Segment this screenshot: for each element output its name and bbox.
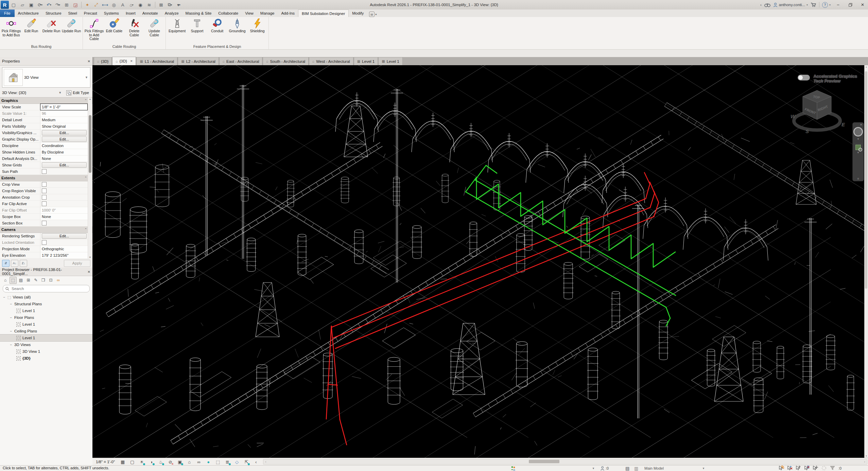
update-cable-button[interactable]: Update Cable (144, 18, 164, 38)
edit-button[interactable]: Edit... (42, 130, 87, 135)
tree-item-level-1[interactable]: Level 1 (0, 334, 92, 341)
default-3d-icon[interactable]: ⌂▾ (127, 1, 136, 8)
property-value[interactable]: 1000' 0" (40, 207, 88, 213)
tree-item-3d-view-1[interactable]: 3D View 1 (0, 348, 92, 355)
drag-elements-icon[interactable] (813, 466, 818, 471)
search-binoculars-icon[interactable] (764, 3, 770, 7)
scroll-down-icon[interactable]: ▼ (865, 455, 868, 457)
property-value[interactable]: Coordination (40, 143, 88, 149)
tree-item--3d-[interactable]: {3D} (0, 355, 92, 362)
3d-wireframe-view[interactable] (92, 65, 865, 458)
collapse-icon[interactable]: − (10, 316, 13, 320)
select-by-face-icon[interactable] (804, 466, 810, 471)
edit-button[interactable]: Edit... (42, 233, 87, 239)
search-input[interactable] (11, 286, 87, 291)
ribbon-tab-steel[interactable]: Steel (65, 10, 81, 17)
apply-button[interactable]: Apply (64, 260, 90, 267)
unlocked-view-icon[interactable]: ⌂ (186, 459, 192, 465)
checkbox[interactable] (42, 182, 47, 187)
help-menu[interactable]: ?▾ (822, 2, 831, 8)
qat-customize-icon[interactable]: ▾▾ (175, 1, 183, 8)
measure-icon[interactable]: ⤢ (92, 1, 100, 8)
scroll-up-icon[interactable]: ▲ (88, 98, 92, 100)
tree-item-level-1[interactable]: Level 1 (0, 321, 92, 328)
tree-item-3d-views[interactable]: −3D Views (0, 341, 92, 348)
crop-view-icon[interactable]: ⊘✕ (167, 459, 173, 465)
grounding-button[interactable]: Grounding (227, 18, 247, 34)
section-header-graphics[interactable]: Graphics⌃ (0, 97, 92, 104)
viewcube[interactable]: WSETOPFRONTRIGHT (784, 83, 852, 144)
worksharing-display-icon[interactable]: ⇱ (243, 459, 249, 465)
design-options-icon[interactable]: ▤ (625, 466, 629, 471)
ribbon-tab-modify[interactable]: Modify (349, 10, 367, 17)
groups-icon[interactable]: ❒ (40, 277, 47, 284)
store-cart-icon[interactable] (811, 2, 816, 7)
tree-item-ceiling-plans[interactable]: −Ceiling Plans (0, 328, 92, 334)
switch-windows-icon[interactable]: ⧉▾ (166, 1, 174, 8)
property-value[interactable]: Orthographic (40, 246, 88, 252)
ribbon-tab-insert[interactable]: Insert (122, 10, 139, 17)
collapse-icon[interactable]: − (10, 343, 13, 347)
type-selector[interactable]: 3D View ▼ (2, 67, 90, 88)
checkbox[interactable] (42, 221, 47, 225)
ribbon-tab-collaborate[interactable]: Collaborate (215, 10, 242, 17)
visual-style-icon[interactable]: ▦ (120, 459, 126, 465)
select-pinned-icon[interactable] (796, 466, 801, 471)
new-doc-icon[interactable]: ▢ (10, 1, 18, 8)
horizontal-scroll-thumb[interactable] (529, 460, 559, 463)
property-value[interactable]: 96 (40, 110, 88, 116)
analytical-model-icon[interactable]: ◇ (234, 459, 240, 465)
property-value[interactable]: 179' 2 123/256" (40, 252, 88, 258)
home-icon[interactable]: ⌂ (2, 277, 8, 284)
property-value[interactable]: Medium (40, 117, 88, 123)
edit-cable-button[interactable]: Edit Cable (104, 18, 124, 34)
steering-wheel-icon[interactable] (853, 127, 863, 137)
property-value[interactable]: None (40, 156, 88, 162)
drawing-area[interactable]: Accelerated Graphics Tech Preview WSETOP… (92, 65, 865, 458)
navbar-menu-icon[interactable]: ≡ (857, 177, 859, 180)
display-style-icon[interactable]: ▢ (129, 459, 135, 465)
tree-item-level-1[interactable]: Level 1 (0, 307, 92, 314)
properties-filter-button[interactable]: ⇵ (2, 260, 10, 267)
checkbox[interactable] (42, 201, 47, 206)
collapse-icon[interactable]: − (10, 329, 13, 333)
render-icon[interactable]: ♨ (158, 459, 164, 465)
reveal-hidden-icon[interactable]: ∞ (196, 459, 202, 465)
view-tab--3d-[interactable]: ⌂{3D} (94, 57, 112, 65)
families-icon[interactable]: ✎ (33, 277, 39, 284)
tree-item-structural-plans[interactable]: −Structural Plans (0, 301, 92, 307)
view-tab-level-1[interactable]: ▦Level 1 (354, 57, 378, 65)
select-underlay-icon[interactable] (787, 466, 793, 471)
search-box[interactable] (3, 285, 90, 292)
scroll-down-icon[interactable]: ▼ (88, 256, 92, 258)
sort-descending-button[interactable]: Z↓ (20, 260, 27, 267)
sheets-icon[interactable]: ▤ (18, 277, 24, 284)
editable-worksets[interactable]: :0 (600, 466, 609, 471)
close-icon[interactable]: ✕ (130, 59, 133, 63)
update-run-button[interactable]: Update Run (62, 18, 81, 34)
chevron-down-icon[interactable]: ▼ (85, 76, 88, 79)
shielding-button[interactable]: Shielding (247, 18, 267, 34)
view-tab-west-architectural[interactable]: ⌂West - Architectural (309, 57, 353, 65)
worksets-status-icon[interactable] (510, 466, 516, 471)
open-icon[interactable]: ▱ (18, 1, 27, 8)
ribbon-tab-bim-substation-designer[interactable]: BIM Substation Designer (298, 10, 349, 17)
ribbon-tab-view[interactable]: View (242, 10, 257, 17)
view-tab-l2-architectural[interactable]: ▦L2 - Architectural (178, 57, 219, 65)
tag-icon[interactable]: ◎ (110, 1, 118, 8)
sun-path-icon[interactable]: ☀ (139, 459, 145, 465)
delete-run-button[interactable]: Delete Run (41, 18, 61, 34)
select-links-icon[interactable] (779, 466, 784, 471)
design-option-select[interactable]: Main Model (644, 466, 664, 471)
delete-cable-button[interactable]: Delete Cable (124, 18, 144, 38)
close-icon[interactable]: ✕ (88, 59, 90, 63)
revit-logo[interactable]: R (1, 1, 9, 9)
design-option-dropdown[interactable]: ▼ (702, 466, 705, 471)
property-value[interactable]: By Discipline (40, 149, 88, 155)
shadows-icon[interactable]: ◑ (148, 459, 154, 465)
tree-item-floor-plans[interactable]: −Floor Plans (0, 314, 92, 321)
collapse-icon[interactable]: − (10, 302, 13, 306)
view-tab-l1-architectural[interactable]: ▦L1 - Architectural (136, 57, 177, 65)
views-icon[interactable]: ⬚ (10, 277, 17, 284)
pick-fittings-to-add-cable-button[interactable]: Pick Fittingsto Add Cable (84, 18, 104, 42)
